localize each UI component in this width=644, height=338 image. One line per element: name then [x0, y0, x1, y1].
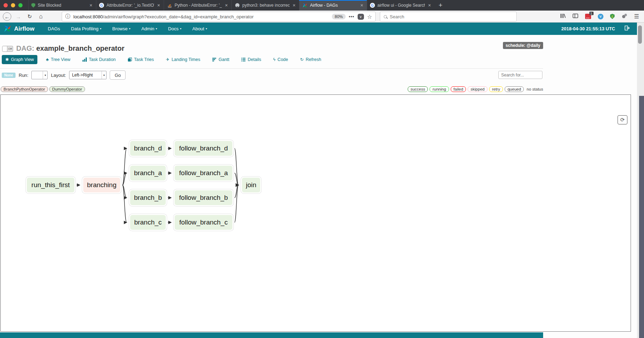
chevron-down-icon: ▾ [102, 71, 106, 79]
run-label: Run: [19, 73, 28, 78]
zoom-window-button[interactable] [18, 3, 23, 7]
button-label: Details [248, 57, 261, 62]
dag-node-follow_branch_d[interactable]: follow_branch_d [174, 140, 233, 157]
tab-airflow-dags[interactable]: Airflow - DAGs × [299, 0, 367, 11]
minimize-window-button[interactable] [11, 3, 15, 7]
bookmark-star-icon[interactable]: ☆ [367, 13, 372, 20]
nav-item-about[interactable]: About▾ [192, 26, 207, 31]
dag-node-run_this_first[interactable]: run_this_first [26, 177, 75, 193]
tab-python3-behave[interactable]: python3: behave incorrectly mo × [231, 0, 299, 11]
task-duration-button[interactable]: Task Duration [79, 55, 119, 64]
close-icon[interactable]: × [224, 2, 229, 8]
page-actions-icon[interactable]: ••• [349, 14, 354, 19]
tab-site-blocked[interactable]: Site Blocked × [28, 0, 96, 11]
search-icon [384, 15, 387, 18]
new-tab-button[interactable]: + [435, 0, 446, 11]
run-controls: None Run: ▾ Layout: Left->Right▾ Go [2, 70, 126, 80]
adblock-extension-icon[interactable]: •••1 [585, 14, 591, 19]
tab-python-attributeerror[interactable]: Python - AttributeError: '_io.Te × [164, 0, 231, 11]
toggle-label: Off [7, 46, 13, 51]
gantt-button[interactable]: Gantt [209, 55, 233, 64]
dag-node-branching[interactable]: branching [82, 177, 121, 193]
utc-clock: 2018-04-30 21:55:13 UTC [561, 26, 615, 31]
refresh-button[interactable]: ↻Refresh [297, 55, 325, 64]
close-window-button[interactable] [4, 3, 8, 7]
plane-icon: ✈ [166, 57, 169, 62]
dag-node-branch_a[interactable]: branch_a [129, 165, 167, 182]
copy-icon [128, 57, 132, 62]
pocket-icon[interactable]: ∨ [358, 14, 364, 20]
dag-pause-toggle[interactable]: Off [2, 46, 13, 52]
nav-item-admin[interactable]: Admin▾ [141, 26, 157, 31]
button-label: Graph View [11, 57, 34, 62]
gantt-bars-icon [212, 57, 217, 62]
fan-icon: ✱ [5, 57, 9, 62]
menu-hamburger-icon[interactable]: ☰ [634, 13, 639, 20]
logout-icon[interactable] [624, 25, 630, 32]
nav-label: Browse [112, 26, 127, 31]
details-button[interactable]: Details [238, 55, 265, 64]
scrollbar-thumb[interactable] [638, 25, 642, 44]
airflow-brand[interactable]: Airflow [4, 25, 35, 33]
chevron-down-icon: ▾ [43, 71, 47, 79]
nav-item-docs[interactable]: Docs▾ [168, 26, 182, 31]
spheres-extension-icon[interactable] [621, 13, 627, 20]
nav-item-browse[interactable]: Browse▾ [112, 26, 130, 31]
tab-title: Site Blocked [38, 3, 86, 8]
run-select[interactable]: ▾ [31, 71, 48, 79]
back-icon[interactable]: ← [3, 12, 11, 21]
chevron-down-icon: ▾ [129, 27, 130, 30]
reload-icon[interactable]: ↻ [25, 12, 34, 21]
url-text[interactable]: localhost:8080/admin/airflow/graph?execu… [73, 14, 329, 19]
forward-icon[interactable]: → [14, 12, 23, 21]
layout-select[interactable]: Left->Right▾ [69, 71, 107, 79]
task-tries-button[interactable]: Task Tries [124, 55, 157, 64]
blue-extension-icon[interactable]: V [598, 14, 603, 19]
url-bar[interactable]: ⓘ localhost:8080/admin/airflow/graph?exe… [62, 12, 376, 21]
close-icon[interactable]: × [427, 2, 432, 8]
code-button[interactable]: ϟCode [270, 55, 292, 64]
google-favicon-icon: G [99, 3, 104, 8]
dag-node-branch_d[interactable]: branch_d [129, 140, 167, 157]
nav-item-dags[interactable]: DAGs [48, 26, 60, 31]
dag-node-follow_branch_a[interactable]: follow_branch_a [174, 165, 233, 182]
dag-node-follow_branch_b[interactable]: follow_branch_b [174, 189, 233, 206]
divider [0, 68, 543, 69]
go-button[interactable]: Go [110, 70, 126, 80]
nav-label: Docs [168, 26, 179, 31]
operator-legend-branchpythonoperator: BranchPythonOperator [1, 86, 48, 92]
dag-graph-canvas[interactable]: run_this_firstbranchingbranch_dfollow_br… [0, 94, 631, 332]
nav-item-data-profiling[interactable]: Data Profiling▾ [71, 26, 101, 31]
zoom-level-badge[interactable]: 80% [332, 14, 346, 19]
layout-label: Layout: [51, 73, 66, 78]
graph-view-button[interactable]: ✱Graph View [2, 55, 37, 64]
close-icon[interactable]: × [157, 2, 161, 8]
landing-times-button[interactable]: ✈Landing Times [162, 55, 203, 64]
site-info-icon[interactable]: ⓘ [65, 13, 70, 20]
close-icon[interactable]: × [89, 2, 93, 8]
chevron-down-icon: ▾ [156, 27, 157, 30]
task-search-input[interactable] [498, 71, 542, 79]
tab-attributeerror[interactable]: G AttributeError: '_io.TextIOWrapp × [96, 0, 164, 11]
button-label: Gantt [219, 57, 230, 62]
search-bar[interactable] [380, 12, 517, 21]
status-legend-no-status: no status [527, 87, 543, 91]
dag-node-join[interactable]: join [241, 177, 261, 193]
window-controls [0, 0, 28, 11]
tab-title: Airflow - DAGs [310, 3, 357, 8]
library-icon[interactable] [560, 13, 566, 20]
shield-extension-icon[interactable]: £ [610, 14, 615, 19]
sidebar-icon[interactable] [572, 13, 578, 20]
close-icon[interactable]: × [292, 2, 296, 8]
dag-node-branch_b[interactable]: branch_b [129, 189, 167, 206]
tree-view-button[interactable]: ♣Tree View [42, 55, 74, 64]
nav-label: Admin [141, 26, 154, 31]
search-input[interactable] [390, 14, 513, 19]
graph-refresh-button[interactable]: ⟳ [618, 115, 627, 124]
status-legend-success: success [408, 86, 428, 92]
home-icon[interactable]: ⌂ [37, 12, 45, 21]
close-icon[interactable]: × [360, 2, 364, 8]
tab-airflow-ui-search[interactable]: G airflow ui - Google Search × [367, 0, 435, 11]
dag-node-branch_c[interactable]: branch_c [129, 214, 167, 231]
dag-node-follow_branch_c[interactable]: follow_branch_c [174, 214, 233, 231]
